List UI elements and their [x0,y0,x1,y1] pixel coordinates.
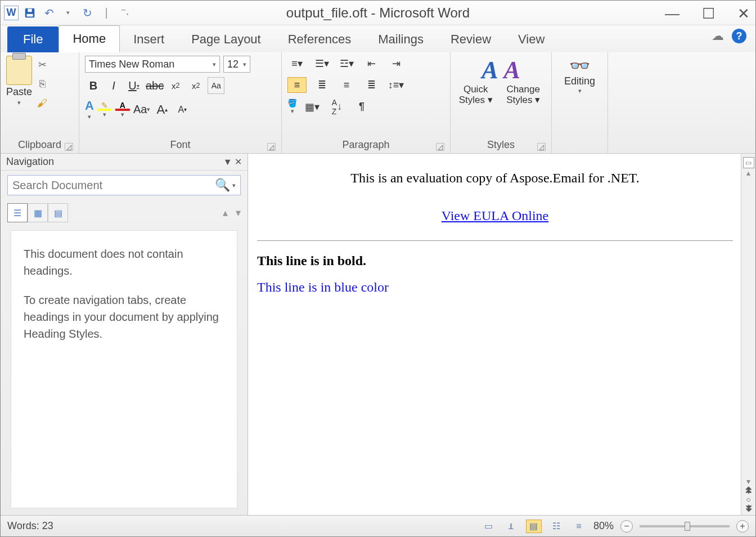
multilevel-button[interactable]: ☲▾ [337,56,356,71]
tab-file[interactable]: File [7,26,58,52]
search-icon[interactable]: 🔍 [215,178,230,193]
word-app-icon[interactable]: W [4,6,19,20]
subscript-button[interactable]: x2 [167,77,184,94]
browse-object-icon[interactable]: ○ [746,495,750,504]
word-count[interactable]: Words: 23 [7,520,53,532]
shading-button[interactable]: 🪣▾ [287,99,297,115]
nav-tab-headings[interactable]: ☰ [7,203,28,222]
prev-page-icon[interactable]: ⯭ [745,486,753,495]
bold-text-line: This line is in bold. [257,253,733,268]
italic-button[interactable]: I [105,77,122,94]
binoculars-icon: 👓 [569,56,590,75]
align-center-button[interactable]: ≣ [312,77,331,93]
grow-font-button[interactable]: A▴ [154,101,170,118]
change-styles-button[interactable]: Change Styles ▾ [501,84,546,105]
split-view-icon[interactable]: ▭ [743,157,754,168]
bold-button[interactable]: B [85,77,102,94]
underline-button[interactable]: U ▾ [125,77,142,94]
customize-qat-icon[interactable]: ⎺▾ [118,5,133,21]
change-styles-icon[interactable]: A [504,56,520,84]
align-right-button[interactable]: ≡ [337,77,356,93]
quick-styles-button[interactable]: Quick Styles ▾ [456,84,495,105]
blue-text-line: This line is in blue color [257,280,733,295]
strikethrough-button[interactable]: abc [146,77,164,94]
search-input[interactable] [12,179,215,192]
highlight-button[interactable]: ✎▾ [97,101,112,118]
document-content: This is an evaluation copy of Aspose.Ema… [248,154,755,295]
help-icon[interactable]: ? [732,29,746,43]
sort-button[interactable]: AZ↓ [327,99,346,115]
draft-view-button[interactable]: ≡ [571,520,587,533]
quick-styles-icon[interactable]: A [482,56,498,84]
zoom-level[interactable]: 80% [593,520,614,532]
clipboard-dialog-launcher[interactable]: ◿ [65,143,73,151]
text-effects-button[interactable]: A▾ [85,99,94,120]
document-area[interactable]: This is an evaluation copy of Aspose.Ema… [248,154,755,516]
work-area: Navigation ▼ ✕ 🔍▾ ☰ ▦ ▤ ▴▾ This document… [1,154,755,516]
print-layout-view-button[interactable]: ▭ [481,520,497,533]
web-layout-view-button[interactable]: ▤ [526,520,542,533]
clipboard-group-label: Clipboard◿ [6,137,73,153]
align-left-button[interactable]: ≡ [287,77,307,93]
character-scaling-button[interactable]: Aa▾ [133,101,150,118]
search-box[interactable]: 🔍▾ [7,175,241,195]
tab-review[interactable]: Review [437,26,505,52]
show-marks-button[interactable]: ¶ [352,99,371,115]
clipboard-icon [6,56,32,85]
copy-icon[interactable]: ⎘ [35,77,49,91]
outline-view-button[interactable]: ☷ [548,520,564,533]
paste-label: Paste [6,86,32,98]
tab-view[interactable]: View [505,26,558,52]
eula-link[interactable]: View EULA Online [442,208,549,223]
tab-page-layout[interactable]: Page Layout [178,26,274,52]
nav-tab-pages[interactable]: ▦ [28,203,48,222]
save-icon[interactable] [22,5,38,21]
nav-menu-icon[interactable]: ▼ [223,157,232,167]
nav-tab-results[interactable]: ▤ [48,203,68,222]
cloud-icon[interactable]: ☁ [712,29,724,43]
nav-next-icon[interactable]: ▾ [236,207,241,219]
scroll-up-icon[interactable]: ▴ [746,168,750,177]
font-dialog-launcher[interactable]: ◿ [267,143,276,151]
redo-icon[interactable]: ↻ [79,5,95,21]
full-screen-view-button[interactable]: ⫫ [503,520,519,533]
format-painter-icon[interactable]: 🖌 [35,96,49,110]
decrease-indent-button[interactable]: ⇤ [362,56,381,71]
paragraph-dialog-launcher[interactable]: ◿ [436,143,444,151]
line-spacing-button[interactable]: ↕≡▾ [386,77,406,93]
next-page-icon[interactable]: ⯯ [745,504,753,513]
borders-button[interactable]: ▦▾ [303,99,322,115]
font-name-combo[interactable]: Times New Roman▾ [85,56,220,73]
numbering-button[interactable]: ☰▾ [312,56,331,71]
bullets-button[interactable]: ≡▾ [287,56,307,71]
maximize-button[interactable]: ☐ [702,5,715,23]
group-editing: 👓 Editing ▾ [552,52,608,153]
styles-dialog-launcher[interactable]: ◿ [537,143,546,151]
nav-prev-icon[interactable]: ▴ [223,207,228,219]
font-color-button[interactable]: A▾ [115,101,130,118]
close-button[interactable]: ✕ [737,5,750,23]
scroll-down-icon[interactable]: ▾ [746,477,750,486]
cut-icon[interactable]: ✂ [35,58,49,71]
shrink-font-button[interactable]: A▾ [174,101,191,118]
undo-icon[interactable]: ↶ [41,5,57,21]
justify-button[interactable]: ≣ [362,77,381,93]
change-case-button[interactable]: Aa [208,77,224,94]
window-controls: — ☐ ✕ [665,5,750,23]
paste-button[interactable]: Paste ▾ [6,56,32,110]
superscript-button[interactable]: x2 [187,77,204,94]
tab-home[interactable]: Home [58,25,120,52]
zoom-in-button[interactable]: + [736,520,749,532]
minimize-button[interactable]: — [665,5,680,23]
qat-dropdown-icon[interactable]: ▾ [60,5,76,21]
editing-button[interactable]: 👓 Editing ▾ [557,56,602,95]
tab-insert[interactable]: Insert [120,26,178,52]
zoom-out-button[interactable]: − [620,520,633,532]
tab-mailings[interactable]: Mailings [364,26,437,52]
font-size-combo[interactable]: 12▾ [223,56,250,73]
nav-close-icon[interactable]: ✕ [235,157,242,167]
zoom-slider[interactable] [640,525,730,527]
tab-references[interactable]: References [274,26,365,52]
vertical-scrollbar[interactable]: ▭ ▴ ▾ ⯭ ○ ⯯ [741,154,755,516]
increase-indent-button[interactable]: ⇥ [386,56,406,71]
